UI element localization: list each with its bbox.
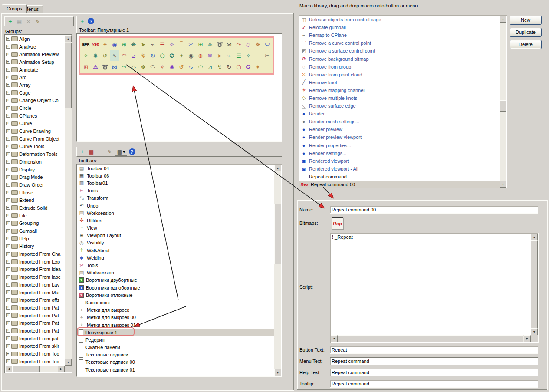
scroll-right-icon[interactable]: ▶ — [58, 366, 65, 372]
group-row[interactable]: +Animation Setup — [5, 58, 65, 66]
toolbar-row[interactable]: ◆Welding — [77, 254, 274, 261]
expand-icon[interactable]: + — [6, 321, 10, 325]
rename-toolbar-button[interactable]: ✎ — [106, 148, 113, 155]
toolbar-row[interactable]: ◎Visibility — [77, 239, 274, 247]
toolbar-button-icon[interactable]: ✧ — [243, 50, 253, 61]
name-input[interactable]: Repeat command 00 — [330, 206, 538, 214]
help-icon[interactable]: ? — [88, 18, 94, 24]
group-row[interactable]: +Imported From skir — [5, 343, 65, 350]
group-row[interactable]: +Help — [5, 235, 65, 243]
toolbar-button-icon[interactable]: ⟡ — [158, 61, 167, 72]
toolbar-button-icon[interactable]: ✧ — [167, 39, 177, 50]
expand-icon[interactable]: + — [6, 290, 10, 294]
toolbar-button-icon[interactable]: ⌁ — [224, 50, 234, 61]
toolbar-button-icon[interactable]: ➤ — [215, 50, 224, 61]
macro-row[interactable]: ●Render preview — [299, 125, 500, 133]
copy-group-button[interactable]: ▦ — [16, 18, 23, 25]
expand-icon[interactable]: + — [6, 244, 10, 248]
expand-icon[interactable]: + — [6, 298, 10, 302]
expand-icon[interactable]: + — [6, 275, 10, 279]
expand-icon[interactable]: + — [6, 214, 10, 217]
toolbar-button-icon[interactable]: ◇ — [129, 61, 138, 72]
toolbar-button-icon[interactable]: ⊞ — [196, 39, 205, 50]
scroll-down-icon[interactable]: ▼ — [274, 369, 281, 376]
scroll-up-icon[interactable]: ▲ — [531, 234, 538, 240]
expand-icon[interactable]: + — [6, 83, 10, 87]
toolbar-row[interactable]: ⤡Transform — [77, 194, 274, 202]
toolbar-button-icon[interactable]: ◠ — [119, 50, 129, 61]
toolbar-row[interactable]: ▥Toolbar01 — [77, 179, 274, 187]
group-row[interactable]: +Grouping — [5, 220, 65, 227]
script-horizontal-scrollbar[interactable]: ◀ ▶ — [331, 335, 531, 342]
expand-icon[interactable]: + — [6, 206, 10, 210]
list-view-dropdown[interactable]: ▤ ▾ — [115, 148, 127, 156]
expand-icon[interactable]: + — [6, 160, 10, 164]
toolbar-button-icon[interactable]: ↺ — [177, 61, 186, 72]
toolbar-button-icon[interactable]: ↻ — [224, 61, 234, 72]
macro-row[interactable]: ●Render settings... — [299, 149, 500, 157]
groups-vertical-scrollbar[interactable]: ▲ ▼ — [65, 35, 72, 366]
toolbar-button-icon[interactable]: Rep — [91, 39, 100, 50]
scroll-thumb[interactable] — [531, 240, 538, 329]
toolbar-button-icon[interactable]: ➰ — [100, 61, 110, 72]
delete-group-button[interactable]: ✕ — [25, 18, 32, 25]
toolbar-button-icon[interactable]: ✺ — [167, 61, 177, 72]
group-row[interactable]: +Imported From Cha — [5, 250, 65, 258]
macro-row[interactable]: ●Render preview viewport — [299, 133, 500, 141]
group-row[interactable]: +Imported From patt — [5, 335, 65, 343]
help-icon[interactable]: ? — [129, 148, 135, 155]
toolbar-button-icon[interactable]: ✺ — [91, 50, 100, 61]
group-row[interactable]: +Arc — [5, 73, 65, 81]
scroll-left-icon[interactable]: ◀ — [5, 366, 12, 372]
macro-row[interactable]: ●Render — [299, 110, 500, 118]
toolbar-button-icon[interactable]: ⤳ — [234, 39, 243, 50]
toolbar-button-icon[interactable]: ✦ — [253, 61, 263, 72]
macro-row[interactable]: ◙Rendered viewport — [299, 157, 500, 165]
toolbar-button-icon[interactable]: BFR — [81, 39, 91, 50]
bitmap-button[interactable]: Rep — [332, 217, 343, 229]
group-row[interactable]: +Imported From Pat — [5, 319, 65, 327]
group-row[interactable]: +Extrude Solid — [5, 204, 65, 212]
duplicate-button[interactable]: Duplicate — [510, 28, 542, 37]
toolbar-button-icon[interactable]: ☰ — [158, 39, 167, 50]
expand-icon[interactable]: + — [6, 145, 10, 148]
expand-icon[interactable]: + — [6, 252, 10, 256]
expand-icon[interactable]: + — [6, 306, 10, 310]
expand-icon[interactable]: + — [6, 137, 10, 141]
toolbar-button-icon[interactable]: ◠ — [196, 61, 205, 72]
toolbar-button-icon[interactable]: ⊕ — [119, 39, 129, 50]
tab-groups[interactable]: Groups — [2, 4, 27, 13]
toolbar-button-icon[interactable]: ⬡ — [234, 61, 243, 72]
group-row[interactable]: +Imported From Exp — [5, 258, 65, 266]
expand-icon[interactable]: + — [6, 229, 10, 233]
toolbar-row[interactable]: 1Воротники отложные — [77, 291, 274, 299]
toolbar-button-icon[interactable]: ❖ — [138, 61, 148, 72]
group-row[interactable]: +Annotate — [5, 66, 65, 74]
help-text-input[interactable]: Repeat command — [330, 369, 538, 376]
toolbar-row[interactable]: ⌖Метки для выкроек 00 — [77, 314, 274, 321]
expand-icon[interactable]: + — [6, 168, 10, 171]
scroll-down-icon[interactable]: ▼ — [531, 328, 538, 335]
expand-icon[interactable]: + — [6, 91, 10, 95]
expand-icon[interactable]: + — [6, 68, 10, 72]
macro-row[interactable]: ╱Remove knot — [299, 79, 500, 86]
toolbar-row[interactable]: ✂Tools — [77, 261, 274, 269]
toolbar-row[interactable]: 1Воротники двубортные — [77, 277, 274, 284]
expand-icon[interactable]: + — [6, 336, 10, 340]
macro-row[interactable]: ⌁Remap to CPlane — [299, 31, 500, 39]
expand-icon[interactable]: + — [6, 329, 10, 333]
toolbar-button-icon[interactable]: ✪ — [243, 61, 253, 72]
macro-row[interactable]: ●Render properties... — [299, 142, 500, 149]
macro-row[interactable]: Repeat command — [299, 173, 500, 181]
toolbar-button-icon[interactable]: ⟡ — [81, 50, 91, 61]
toolbar-button-icon[interactable]: ✂ — [186, 39, 196, 50]
toolbar-row[interactable]: Текстовые подписи — [77, 351, 274, 359]
group-row[interactable]: +Imported From Pat — [5, 304, 65, 312]
group-row[interactable]: +Array — [5, 81, 65, 89]
group-row[interactable]: +Imported From offs — [5, 296, 65, 304]
group-row[interactable]: +Dimension — [5, 158, 65, 166]
group-row[interactable]: +Ellipse — [5, 189, 65, 197]
macro-row[interactable]: ⊘Remove background bitmap — [299, 55, 500, 63]
group-row[interactable]: +Imported From Lay — [5, 281, 65, 289]
toolbar-button-icon[interactable]: ⌒ — [177, 39, 186, 50]
